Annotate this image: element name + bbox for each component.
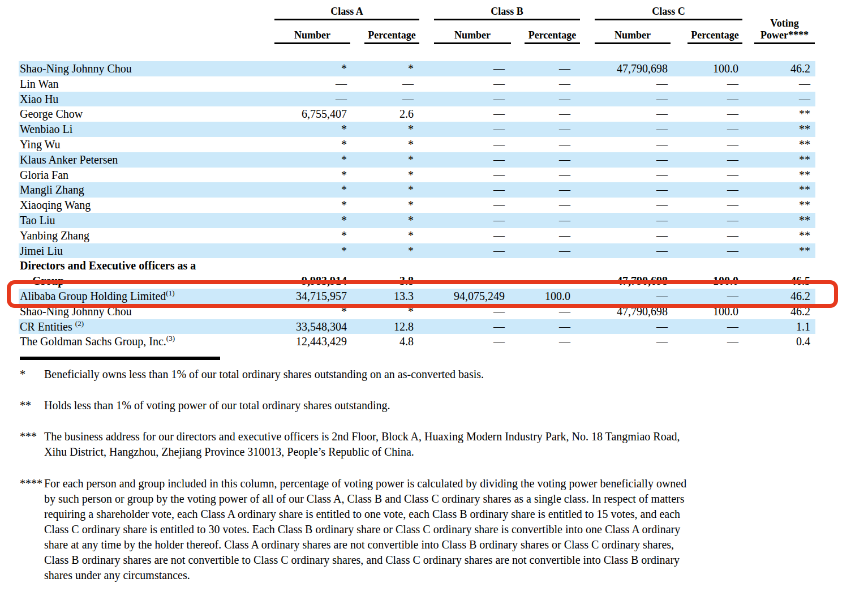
cell-vote: **	[742, 182, 815, 198]
cell-cnum: —	[580, 92, 671, 107]
cell-bpct: —	[511, 137, 580, 152]
cell-apct: *	[350, 228, 419, 243]
table-row: Yanbing Zhang**————**	[19, 228, 815, 243]
cell-bnum: —	[419, 106, 511, 122]
cell-bnum: —	[419, 92, 511, 107]
cell-cpct: —	[671, 228, 742, 243]
cell-cnum: —	[580, 182, 671, 198]
cell-cpct: —	[671, 137, 742, 152]
table-row-annotated: Alibaba Group Holding Limited(1)34,715,9…	[19, 289, 815, 304]
row-name: Gloria Fan	[19, 168, 255, 183]
col-header-class-a: Class A	[255, 5, 419, 20]
cell-vote: —	[742, 92, 815, 107]
cell-bnum: —	[419, 182, 511, 198]
row-name: Directors and Executive officers as aGro…	[19, 258, 255, 289]
cell-bpct: —	[511, 168, 580, 183]
table-row: Jimei Liu**————**	[19, 243, 815, 259]
row-name: Ying Wu	[19, 137, 255, 152]
footnote-symbol: *	[20, 367, 44, 382]
cell-bnum: —	[419, 334, 511, 349]
cell-bpct: —	[511, 92, 580, 107]
cell-bpct: —	[511, 152, 580, 168]
cell-apct: *	[350, 213, 419, 228]
cell-anum: 34,715,957	[255, 289, 350, 304]
row-name: CR Entities (2)	[19, 319, 255, 335]
cell-bpct: —	[511, 198, 580, 213]
row-name: Shao-Ning Johnny Chou	[19, 61, 255, 76]
cell-vote: **	[742, 213, 815, 228]
footnote-text: For each person and group included in th…	[44, 476, 686, 583]
row-name: Xiao Hu	[19, 92, 255, 107]
cell-cpct: 100.0	[671, 258, 742, 289]
table-row: Wenbiao Li**————**	[19, 122, 815, 137]
row-name: George Chow	[19, 106, 255, 122]
cell-cnum: —	[580, 289, 671, 304]
table-row: Shao-Ning Johnny Chou**——47,790,698100.0…	[19, 304, 815, 319]
footnote-line: share at any time by the holder thereof.…	[44, 537, 686, 552]
sub-header-row: Number Percentage Number Percentage Numb…	[19, 20, 815, 44]
footnote-line: For each person and group included in th…	[44, 476, 686, 491]
cell-cpct: —	[671, 182, 742, 198]
cell-vote: **	[742, 106, 815, 122]
cell-anum: *	[255, 168, 350, 183]
cell-anum: *	[255, 61, 350, 76]
footnote-line: The business address for our directors a…	[44, 429, 680, 444]
cell-anum: *	[255, 152, 350, 168]
cell-vote: **	[742, 137, 815, 152]
table-row: Gloria Fan**————**	[19, 168, 815, 183]
cell-cpct: —	[671, 92, 742, 107]
cell-cnum: 47,790,698	[580, 304, 671, 319]
row-name: Klaus Anker Petersen	[19, 152, 255, 168]
row-name: Mangli Zhang	[19, 182, 255, 198]
cell-bpct: —	[511, 334, 580, 349]
cell-anum: *	[255, 243, 350, 259]
cell-vote: 0.4	[742, 334, 815, 349]
cell-cnum: —	[580, 76, 671, 92]
cell-cnum: 47,790,698	[580, 61, 671, 76]
footnote: ** Holds less than 1% of voting power of…	[20, 398, 390, 413]
cell-cpct: —	[671, 334, 742, 349]
row-name: Lin Wan	[19, 76, 255, 92]
table-spacer	[19, 44, 815, 61]
cell-apct: 3.8	[350, 258, 419, 289]
sub-header-percentage-c: Percentage	[671, 20, 742, 44]
cell-vote: 46.2	[742, 61, 815, 76]
cell-cpct: —	[671, 168, 742, 183]
voting-power-label: Voting Power****	[754, 18, 815, 44]
cell-cnum: —	[580, 106, 671, 122]
table-row: Mangli Zhang**————**	[19, 182, 815, 198]
row-name: Jimei Liu	[19, 243, 255, 259]
cell-bpct: 100.0	[511, 289, 580, 304]
cell-cnum: —	[580, 213, 671, 228]
class-b-label: Class B	[434, 6, 580, 20]
cell-anum: 33,548,304	[255, 319, 350, 335]
cell-vote: 1.1	[742, 319, 815, 335]
cell-cpct: 100.0	[671, 61, 742, 76]
row-name: Tao Liu	[19, 213, 255, 228]
table-row: Xiao Hu———————	[19, 92, 815, 107]
footnote-symbol: ****	[20, 476, 44, 583]
row-name: Xiaoqing Wang	[19, 198, 255, 213]
footnote-text: Beneficially owns less than 1% of our to…	[44, 367, 484, 382]
cell-vote: **	[742, 152, 815, 168]
table-row: Tao Liu**————**	[19, 213, 815, 228]
cell-bnum: —	[419, 304, 511, 319]
cell-anum: 6,755,407	[255, 106, 350, 122]
cell-cpct: —	[671, 289, 742, 304]
row-name: Shao-Ning Johnny Chou	[19, 304, 255, 319]
cell-bnum: —	[419, 122, 511, 137]
footnote-symbol: **	[20, 398, 44, 413]
footnote-reference: (2)	[75, 319, 84, 328]
footnote: *** The business address for our directo…	[20, 429, 680, 460]
footnote-reference: (1)	[166, 289, 174, 297]
cell-bnum: —	[419, 243, 511, 259]
sub-header-number-b: Number	[419, 20, 511, 44]
cell-bpct: —	[511, 243, 580, 259]
table-row: Klaus Anker Petersen**————**	[19, 152, 815, 168]
cell-cpct: 100.0	[671, 304, 742, 319]
row-name: Wenbiao Li	[19, 122, 255, 137]
cell-bnum: —	[419, 137, 511, 152]
group-header-row: Class A Class B Class C Voting Power****	[19, 5, 815, 20]
cell-anum: *	[255, 213, 350, 228]
cell-apct: *	[350, 182, 419, 198]
